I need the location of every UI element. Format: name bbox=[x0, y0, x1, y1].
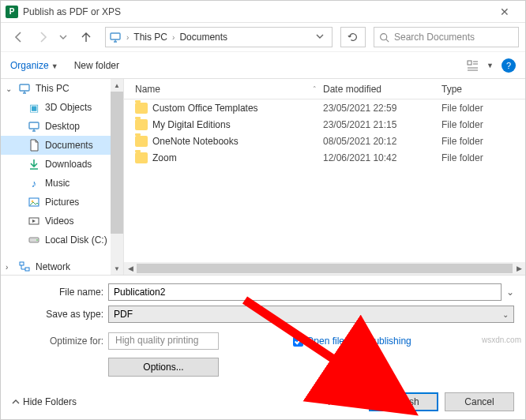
open-after-checkbox[interactable]: Open file after publishing bbox=[293, 336, 411, 347]
view-mode-button[interactable]: ▼ bbox=[467, 60, 494, 71]
monitor-icon bbox=[18, 82, 31, 95]
sidebar-downloads[interactable]: Downloads bbox=[1, 155, 111, 174]
list-headers: Name˄ Date modified Type bbox=[124, 79, 525, 99]
saveastype-label: Save as type: bbox=[12, 309, 103, 320]
forward-button[interactable] bbox=[32, 27, 54, 47]
dialog-window: P Publish as PDF or XPS ✕ › This PC › Do… bbox=[0, 0, 526, 420]
address-bar[interactable]: › This PC › Documents bbox=[105, 27, 333, 47]
help-button[interactable]: ? bbox=[502, 58, 516, 73]
breadcrumb-documents[interactable]: Documents bbox=[176, 30, 231, 44]
network-icon bbox=[18, 261, 31, 273]
svg-rect-4 bbox=[29, 122, 39, 129]
recent-dropdown[interactable] bbox=[58, 27, 69, 47]
picture-icon bbox=[28, 196, 40, 208]
options-button[interactable]: Options... bbox=[108, 358, 219, 377]
scroll-down-icon[interactable]: ▼ bbox=[111, 262, 123, 275]
sidebar-documents[interactable]: Documents bbox=[1, 136, 111, 155]
main-area: ⌄ This PC ▣ 3D Objects Desktop Documents bbox=[1, 78, 525, 275]
form-area: File name: ⌄ Save as type: PDF ⌄ Optimiz… bbox=[1, 275, 525, 384]
refresh-button[interactable] bbox=[340, 27, 366, 47]
nav-sidebar: ⌄ This PC ▣ 3D Objects Desktop Documents bbox=[1, 79, 124, 275]
address-dropdown[interactable] bbox=[311, 32, 329, 43]
scroll-right-icon[interactable]: ▶ bbox=[513, 262, 525, 275]
sidebar-network[interactable]: › Network bbox=[1, 257, 111, 275]
sidebar-desktop[interactable]: Desktop bbox=[1, 117, 111, 136]
back-button[interactable] bbox=[7, 27, 29, 47]
search-placeholder: Search Documents bbox=[394, 32, 475, 43]
header-name[interactable]: Name˄ bbox=[124, 84, 323, 95]
monitor-icon bbox=[109, 31, 122, 43]
publisher-app-icon: P bbox=[6, 6, 18, 18]
hide-folders-button[interactable]: Hide Folders bbox=[12, 396, 77, 407]
folder-icon bbox=[135, 136, 148, 147]
document-icon bbox=[28, 139, 40, 152]
filename-dropdown[interactable]: ⌄ bbox=[506, 287, 514, 298]
saveastype-combo[interactable]: PDF ⌄ bbox=[108, 306, 514, 323]
search-box[interactable]: Search Documents bbox=[374, 27, 519, 47]
video-icon bbox=[28, 215, 40, 227]
view-icon bbox=[467, 60, 483, 71]
sidebar-music[interactable]: ♪ Music bbox=[1, 174, 111, 193]
publish-button[interactable]: Publish bbox=[369, 392, 438, 411]
svg-point-1 bbox=[381, 33, 387, 39]
optimize-label: Optimize for: bbox=[12, 336, 103, 347]
arrow-left-icon bbox=[12, 31, 24, 43]
filename-input[interactable] bbox=[108, 283, 502, 301]
filename-label: File name: bbox=[12, 287, 103, 298]
music-icon: ♪ bbox=[28, 177, 40, 189]
chevron-down-icon bbox=[59, 33, 67, 41]
close-button[interactable]: ✕ bbox=[489, 6, 520, 18]
expand-icon: › bbox=[6, 263, 13, 272]
arrow-right-icon bbox=[37, 31, 50, 43]
window-title: Publish as PDF or XPS bbox=[23, 6, 489, 17]
organize-menu[interactable]: Organize▼ bbox=[10, 60, 58, 71]
download-icon bbox=[28, 158, 40, 171]
sidebar-this-pc[interactable]: ⌄ This PC bbox=[1, 79, 111, 98]
command-toolbar: Organize▼ New folder ▼ ? bbox=[1, 51, 525, 78]
disk-icon bbox=[28, 234, 40, 246]
breadcrumb-sep: › bbox=[125, 33, 130, 42]
dialog-footer: Hide Folders Tools▼ Publish Cancel bbox=[1, 384, 525, 419]
sidebar-pictures[interactable]: Pictures bbox=[1, 193, 111, 212]
chevron-down-icon: ⌄ bbox=[502, 310, 509, 319]
scroll-left-icon[interactable]: ◀ bbox=[124, 262, 137, 275]
list-item[interactable]: Zoom 12/06/2021 10:42 File folder bbox=[124, 149, 525, 166]
arrow-up-icon bbox=[80, 31, 92, 43]
search-icon bbox=[379, 32, 389, 43]
list-body: Custom Office Templates 23/05/2021 22:59… bbox=[124, 99, 525, 262]
sort-asc-icon: ˄ bbox=[313, 85, 317, 93]
svg-rect-10 bbox=[20, 262, 24, 265]
horizontal-scrollbar[interactable]: ◀ ▶ bbox=[124, 262, 525, 275]
svg-rect-11 bbox=[25, 268, 29, 271]
new-folder-button[interactable]: New folder bbox=[74, 60, 119, 71]
sidebar-local-disk[interactable]: Local Disk (C:) bbox=[1, 231, 111, 249]
titlebar: P Publish as PDF or XPS ✕ bbox=[1, 1, 525, 23]
svg-point-9 bbox=[36, 239, 38, 241]
tools-menu[interactable]: Tools▼ bbox=[326, 396, 358, 407]
breadcrumb-pc[interactable]: This PC bbox=[130, 30, 171, 44]
desktop-icon bbox=[28, 120, 40, 133]
refresh-icon bbox=[348, 32, 359, 43]
folder-icon bbox=[135, 119, 148, 130]
scroll-thumb[interactable] bbox=[137, 264, 513, 273]
header-type[interactable]: Type bbox=[441, 84, 520, 95]
expand-icon: ⌄ bbox=[6, 84, 13, 93]
scroll-thumb[interactable] bbox=[111, 92, 123, 234]
chevron-down-icon bbox=[316, 32, 324, 40]
file-list: Name˄ Date modified Type Custom Office T… bbox=[124, 79, 525, 275]
list-item[interactable]: My Digital Editions 23/05/2021 21:15 Fil… bbox=[124, 116, 525, 133]
list-item[interactable]: Custom Office Templates 23/05/2021 22:59… bbox=[124, 99, 525, 116]
optimize-value: High quality printing bbox=[108, 332, 219, 350]
header-date[interactable]: Date modified bbox=[323, 84, 441, 95]
cancel-button[interactable]: Cancel bbox=[445, 392, 514, 411]
sidebar-3d-objects[interactable]: ▣ 3D Objects bbox=[1, 98, 111, 117]
breadcrumb-sep: › bbox=[171, 33, 176, 42]
up-button[interactable] bbox=[75, 27, 97, 47]
watermark: wsxdn.com bbox=[482, 336, 521, 344]
checkbox-input[interactable] bbox=[293, 336, 303, 347]
cube-icon: ▣ bbox=[28, 101, 40, 114]
sidebar-scrollbar[interactable]: ▲ ▼ bbox=[111, 79, 123, 275]
scroll-up-icon[interactable]: ▲ bbox=[111, 79, 123, 92]
list-item[interactable]: OneNote Notebooks 08/05/2021 20:12 File … bbox=[124, 133, 525, 149]
sidebar-videos[interactable]: Videos bbox=[1, 212, 111, 231]
